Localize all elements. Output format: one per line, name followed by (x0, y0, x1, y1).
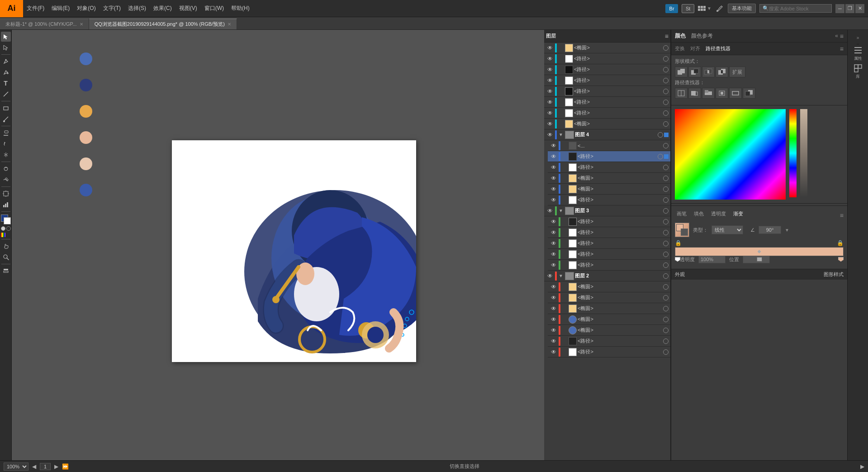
layer-target[interactable] (663, 56, 669, 62)
bridge-icon[interactable]: Br (665, 4, 678, 13)
gradient-stop-delete[interactable] (757, 257, 762, 262)
eye-icon[interactable]: 👁 (546, 131, 554, 139)
gradient-stop-left[interactable] (675, 257, 680, 262)
menu-help[interactable]: 帮助(H) (228, 0, 253, 17)
layer-expand-arrow[interactable]: ▼ (558, 208, 564, 214)
intersect-button[interactable] (702, 67, 715, 77)
prev-artboard-btn[interactable]: ◀ (32, 463, 36, 470)
unite-button[interactable] (675, 67, 688, 77)
menu-view[interactable]: 视图(V) (175, 0, 201, 17)
layer-row-ellipse-9[interactable]: 👁 <椭圆> (548, 325, 670, 336)
menu-effect[interactable]: 效果(C) (150, 0, 175, 17)
eye-icon[interactable]: 👁 (550, 294, 558, 302)
view-options[interactable]: ▼ (698, 6, 711, 11)
paintbrush-tool[interactable] (1, 114, 11, 124)
layer-target[interactable] (663, 262, 669, 268)
layer-row-ellipse-4[interactable]: 👁 <椭圆> (548, 184, 670, 195)
layer-row-path-5[interactable]: 👁 <路径> (548, 162, 670, 173)
eye-icon[interactable]: 👁 (546, 207, 554, 215)
layer-target[interactable] (658, 132, 663, 138)
tab-transform[interactable]: 变换 (675, 45, 685, 52)
outline-button[interactable] (729, 88, 742, 99)
layer-target[interactable] (663, 110, 669, 116)
eye-icon[interactable]: 👁 (550, 261, 558, 269)
tab-1[interactable]: QQ浏览器截图20190929144005.png* @ 100% (RGB/预… (89, 19, 237, 29)
eye-icon[interactable]: 👁 (546, 66, 554, 74)
color-gradient[interactable] (675, 109, 786, 200)
apply-color-icon[interactable] (1, 233, 5, 237)
layer-row-path-3[interactable]: 👁 <路径> (544, 97, 670, 108)
trim-button[interactable] (688, 88, 701, 99)
minimize-button[interactable]: ─ (835, 4, 844, 13)
layer-target[interactable] (663, 197, 669, 203)
layer-target[interactable] (663, 219, 669, 224)
layer-row-ellipse-6[interactable]: 👁 <椭圆> (548, 292, 670, 303)
layer-2-group[interactable]: 👁 ▼ 图层 2 (544, 271, 670, 281)
layer-row-path-10[interactable]: 👁 <路径> (548, 249, 670, 260)
layer-target[interactable] (663, 349, 669, 355)
layer-target[interactable] (663, 339, 669, 344)
canvas-area[interactable] (12, 30, 544, 472)
stock-icon[interactable]: St (682, 4, 694, 13)
chart-tool[interactable] (1, 200, 11, 210)
lock-left-icon[interactable]: 🔒 (675, 240, 682, 246)
exclude-button[interactable] (716, 67, 728, 77)
eye-icon[interactable]: 👁 (546, 98, 554, 106)
menu-window[interactable]: 窗口(W) (201, 0, 228, 17)
layer-row-path-12[interactable]: 👁 <路径> (548, 347, 670, 358)
layer-target[interactable] (663, 67, 669, 72)
tab-0[interactable]: 未标题-1* @ 100% (CMYK/GP... ✕ (0, 19, 89, 29)
appearance-label[interactable]: 外观 (675, 271, 685, 278)
zoom-tool[interactable] (1, 252, 11, 262)
artboard-tool[interactable] (1, 189, 11, 199)
eye-icon[interactable]: 👁 (550, 229, 558, 237)
color-reference-title[interactable]: 颜色参考 (691, 32, 713, 40)
eye-icon[interactable]: 👁 (546, 87, 554, 95)
layer-target[interactable] (663, 89, 669, 94)
gradient-angle[interactable]: 90° (759, 226, 781, 234)
eye-icon[interactable]: 👁 (550, 153, 558, 161)
tab-pathfinder[interactable]: 路径查找器 (706, 45, 730, 52)
eye-icon[interactable]: 👁 (550, 250, 558, 258)
layer-target[interactable] (663, 306, 669, 311)
stock-search-input[interactable] (769, 6, 829, 11)
tab-1-close[interactable]: ✕ (228, 22, 231, 27)
eye-icon[interactable]: 👁 (546, 44, 554, 52)
layer-row-ellipse-7[interactable]: 👁 <椭圆> (548, 303, 670, 314)
angle-dropdown[interactable]: ▼ (785, 228, 789, 233)
layer-row-path-4[interactable]: 👁 <路径> (544, 108, 670, 119)
eye-icon[interactable]: 👁 (550, 218, 558, 226)
eye-icon[interactable]: 👁 (550, 142, 558, 150)
collapse-right-icon[interactable]: » (857, 35, 859, 40)
panel-menu-icon[interactable]: ≡ (840, 33, 844, 40)
play-btn[interactable]: ▶ (860, 463, 864, 470)
layer-row-ellipse-2[interactable]: 👁 <椭圆> (544, 119, 670, 129)
add-anchor-tool[interactable] (1, 67, 11, 77)
fill-stroke-colors[interactable] (1, 215, 11, 224)
menu-text[interactable]: 文字(T) (100, 0, 124, 17)
eye-icon[interactable]: 👁 (550, 326, 558, 334)
menu-file[interactable]: 文件(F) (23, 0, 48, 17)
layer-target[interactable] (663, 100, 669, 105)
hue-slider[interactable] (789, 109, 797, 197)
workspace-dropdown[interactable]: 基本功能 (728, 4, 756, 13)
properties-btn[interactable]: 属性 (849, 44, 867, 62)
lock-right-icon[interactable]: 🔒 (837, 240, 844, 246)
warp-tool[interactable] (1, 175, 11, 185)
layer-target[interactable] (658, 154, 663, 159)
eye-icon[interactable]: 👁 (550, 196, 558, 204)
apply-none-icon[interactable] (6, 233, 11, 237)
layer-target[interactable] (663, 165, 669, 170)
line-tool[interactable] (1, 89, 11, 99)
type-tool[interactable]: T (1, 78, 11, 88)
gradient-tab-btn[interactable]: 渐变 (731, 210, 745, 218)
reshape-tool[interactable] (1, 164, 11, 174)
libraries-btn[interactable]: 库 (849, 62, 867, 81)
eye-icon[interactable]: 👁 (546, 76, 554, 85)
eye-icon[interactable]: 👁 (550, 163, 558, 172)
layer-target[interactable] (663, 273, 669, 279)
layer-target[interactable] (663, 45, 669, 51)
layer-row-path-8[interactable]: 👁 <路径> (548, 227, 670, 238)
eye-icon[interactable]: 👁 (546, 109, 554, 117)
layer-target[interactable] (663, 328, 669, 333)
